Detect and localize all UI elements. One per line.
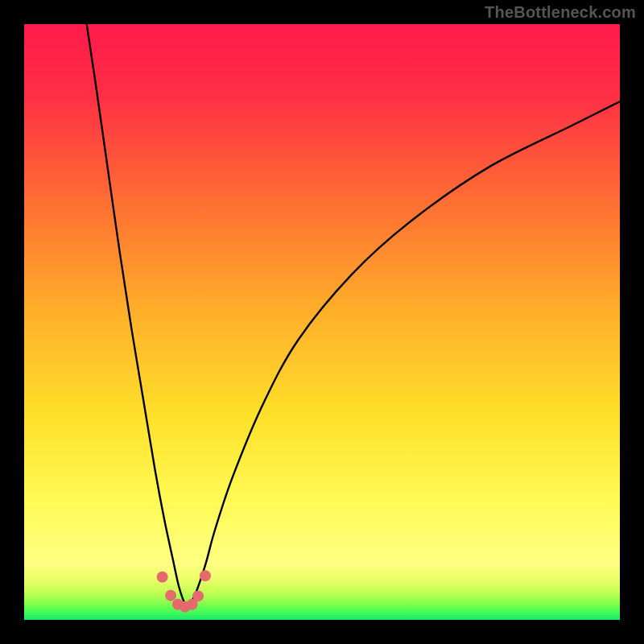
watermark-text: TheBottleneck.com (485, 3, 636, 22)
curve-marker (157, 572, 168, 583)
chart-svg (24, 24, 620, 620)
outer-frame: TheBottleneck.com (0, 0, 644, 644)
curve-marker (192, 590, 204, 601)
plot-area (24, 24, 620, 620)
curve-marker (200, 570, 211, 581)
curve-marker (165, 590, 176, 601)
gradient-background (24, 24, 620, 620)
